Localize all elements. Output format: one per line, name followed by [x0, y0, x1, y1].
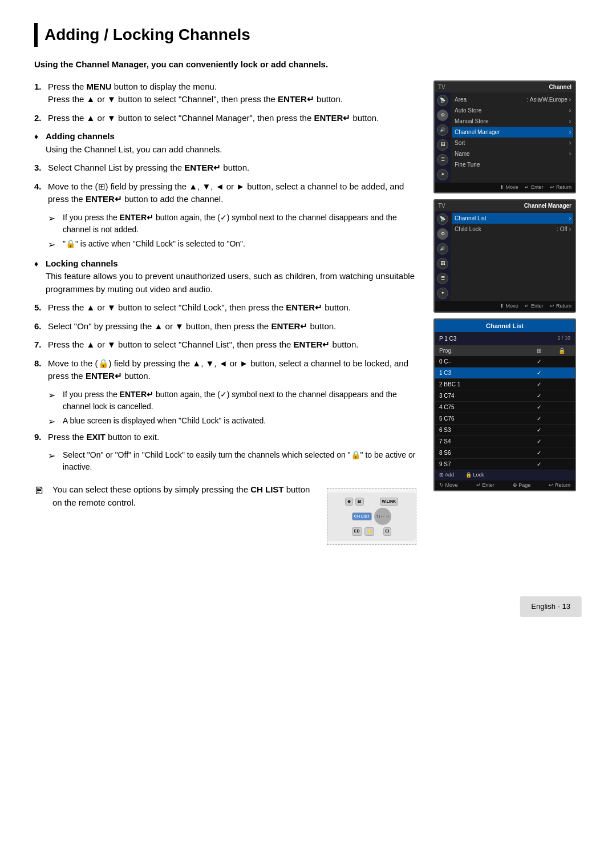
arrow-sym-icon: ➢	[48, 212, 59, 236]
menu-item-channel-manager: Channel Manager›	[452, 127, 573, 138]
note-text: You can select these options by simply p…	[52, 483, 321, 509]
remote-top-row: ⊕ EI W.LINK	[345, 498, 398, 506]
cl-row-8: 8 S6 ✓	[435, 447, 575, 459]
cl-header: Channel List	[435, 320, 575, 333]
bullet-diamond-icon-2: ♦	[34, 258, 42, 296]
page-footer: English - 13	[520, 596, 582, 617]
tv-footer-return: ↩ Return	[550, 184, 572, 192]
tv-icon-extra: ✦	[437, 169, 448, 180]
cl-add-action: ⊞ Add	[439, 471, 454, 479]
remote-btn-1: ⊕	[345, 498, 353, 506]
remote-image: ⊕ EI W.LINK CH LIST ↑↓←→ ED ⭐ EI	[327, 488, 416, 545]
cl-row-2: 2 BBC 1 ✓	[435, 379, 575, 390]
cl-col-prog-header: Prog.	[439, 346, 525, 355]
note-icon: 🖹	[34, 483, 47, 499]
tv-icon-2-d: 🖼	[437, 258, 448, 269]
tv-footer-2-enter: ↵ Enter	[525, 302, 543, 310]
tv-icon-2-f: ✦	[437, 288, 448, 299]
remote-inner: ⊕ EI W.LINK CH LIST ↑↓←→ ED ⭐ EI	[327, 492, 416, 541]
menu-item-area: Area: Asia/W.Europe ›	[452, 94, 573, 105]
step-5: 5. Press the ▲ or ▼ button to select "Ch…	[34, 301, 416, 314]
step-7-content: Press the ▲ or ▼ button to select "Chann…	[48, 338, 416, 352]
tv-icons-1: 📡 ⚙ 🔊 🖼 ☰ ✦	[435, 92, 451, 183]
bullet-adding-title: Adding channels	[46, 131, 115, 141]
tv-header-right-2: Channel Manager	[524, 201, 572, 210]
tv-icon-2-a: 📡	[437, 213, 448, 225]
remote-btn-fav: ⭐	[364, 527, 374, 536]
channel-manager-screen: TV Channel Manager 📡 ⚙ 🔊 🖼 ☰ ✦ Channel L…	[433, 199, 576, 313]
bullet-adding-content: Adding channels Using the Channel List, …	[46, 130, 222, 156]
cl-row-5: 5 C76 ✓	[435, 413, 575, 425]
cl-row-1: 1 C3 ✓	[435, 368, 575, 379]
page-title: Adding / Locking Channels	[34, 23, 582, 47]
cl-row-0: 0 C– ✓	[435, 356, 575, 368]
remote-btn-2: EI	[355, 498, 364, 506]
remote-btn-chlist: CH LIST	[352, 512, 372, 521]
tv-menu-1: Area: Asia/W.Europe › Auto Store› Manual…	[451, 92, 575, 183]
arrow-sym-icon-5: ➢	[48, 449, 59, 473]
tv-icons-2: 📡 ⚙ 🔊 🖼 ☰ ✦	[435, 211, 451, 301]
step-1: 1. Press the MENU button to display the …	[34, 80, 416, 106]
step-7-num: 7.	[34, 338, 44, 352]
main-layout: 1. Press the MENU button to display the …	[34, 80, 582, 546]
cl-selected-channel: P 1 C3	[439, 334, 456, 343]
cl-footer: ↻ Move ↵ Enter ⊕ Page ↩ Return	[435, 480, 575, 491]
step-3-num: 3.	[34, 161, 44, 175]
tv-icon-speaker: 🔊	[437, 124, 448, 136]
tv-header-1: TV Channel	[435, 82, 575, 92]
step-1-num: 1.	[34, 80, 44, 106]
arrow-note-9: ➢ Select "On" or "Off" in "Child Lock" t…	[48, 449, 416, 473]
cl-row-6: 6 S3 ✓	[435, 425, 575, 436]
tv-sidebar-2: 📡 ⚙ 🔊 🖼 ☰ ✦ Channel List› Child Lock: Of…	[435, 211, 575, 301]
tv-icon-setup: ☰	[437, 154, 448, 165]
cl-lock-action: 🔒 Lock	[465, 471, 484, 479]
step-9-num: 9.	[34, 431, 44, 444]
remote-btn-ei2: EI	[383, 527, 392, 536]
cl-count: 1 / 10	[557, 334, 570, 343]
tv-menu-2: Channel List› Child Lock: Off ›	[451, 211, 575, 301]
left-column: 1. Press the MENU button to display the …	[34, 80, 416, 546]
bullet-locking-content: Locking channels This feature allows you…	[46, 257, 416, 296]
remote-btn-ed: ED	[352, 527, 362, 536]
cl-row-9: 9 S7 ✓	[435, 459, 575, 470]
tv-footer-1: ⬆ Move ↵ Enter ↩ Return	[435, 183, 575, 193]
step-2-content: Press the ▲ or ▼ button to select "Chann…	[48, 112, 416, 125]
tv-icon-settings: ⚙	[437, 110, 448, 121]
menu-item-name: Name›	[452, 148, 573, 159]
cl-footer-page: ⊕ Page	[513, 482, 531, 490]
step-9: 9. Press the EXIT button to exit.	[34, 431, 416, 444]
step-5-num: 5.	[34, 301, 44, 314]
remote-bot-row: ED ⭐ EI	[352, 527, 391, 536]
cl-footer-move: ↻ Move	[439, 482, 458, 490]
step-2-num: 2.	[34, 112, 44, 125]
bullet-locking: ♦ Locking channels This feature allows y…	[34, 257, 416, 296]
remote-mid-row: CH LIST ↑↓←→	[352, 508, 391, 525]
menu-item-child-lock: Child Lock: Off ›	[452, 224, 573, 235]
cl-col-headers: Prog. ⊞ 🔒	[435, 345, 575, 356]
bullet-locking-text: This feature allows you to prevent unaut…	[46, 271, 415, 294]
tv-sidebar-1: 📡 ⚙ 🔊 🖼 ☰ ✦ Area: Asia/W.Europe › Auto S…	[435, 92, 575, 183]
cl-row-4: 4 C75 ✓	[435, 402, 575, 413]
cl-col-add-header: ⊞	[530, 346, 548, 355]
menu-item-fine-tune: Fine Tune	[452, 159, 573, 170]
menu-item-manual-store: Manual Store›	[452, 116, 573, 127]
arrow-note-4b-text: "🔒" is active when "Child Lock" is selec…	[63, 238, 245, 252]
step-9-content: Press the EXIT button to exit.	[48, 431, 416, 444]
step-2: 2. Press the ▲ or ▼ button to select "Ch…	[34, 112, 416, 125]
tv-icon-2-b: ⚙	[437, 228, 448, 240]
step-4: 4. Move to the (⊞) field by pressing the…	[34, 180, 416, 206]
tv-header-right-1: Channel	[549, 83, 572, 91]
remote-dpad: ↑↓←→	[374, 508, 391, 525]
cl-subheader: P 1 C3 1 / 10	[435, 332, 575, 345]
cl-col-lock-header: 🔒	[553, 346, 570, 355]
step-3: 3. Select Channel List by pressing the E…	[34, 161, 416, 175]
arrow-sym-icon-2: ➢	[48, 238, 59, 252]
step-6-content: Select "On" by pressing the ▲ or ▼ butto…	[48, 320, 416, 333]
tv-icon-antenna: 📡	[437, 95, 448, 106]
note-section: 🖹 You can select these options by simply…	[34, 483, 416, 545]
menu-item-sort: Sort›	[452, 138, 573, 148]
tv-icon-2-e: ☰	[437, 273, 448, 284]
step-8-content: Move to the (🔒) field by pressing the ▲,…	[48, 357, 416, 383]
cl-row-7: 7 S4 ✓	[435, 436, 575, 447]
step-4-num: 4.	[34, 180, 44, 206]
